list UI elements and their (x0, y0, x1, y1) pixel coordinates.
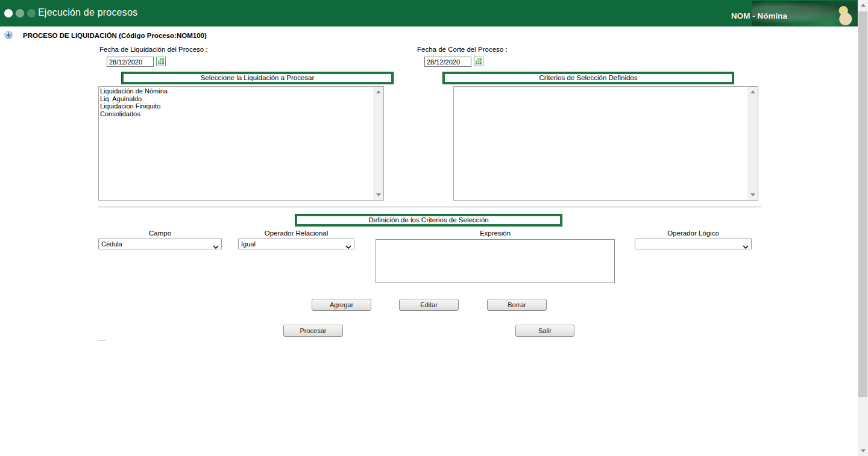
scroll-up-icon[interactable] (373, 87, 383, 97)
scrollbar-thumb[interactable] (858, 11, 867, 397)
page-header-title: Ejecución de procesos (38, 7, 137, 18)
operador-logico-select[interactable] (635, 239, 752, 249)
chevron-down-icon (345, 243, 351, 250)
info-icon[interactable] (4, 31, 13, 39)
agregar-button[interactable]: Agregar (312, 299, 371, 311)
scroll-down-icon[interactable] (858, 446, 868, 456)
window-dot-icon (4, 9, 13, 17)
list-item[interactable]: Consolidados (100, 110, 373, 118)
window-dot-icon (27, 9, 36, 17)
list-item[interactable]: Liquidacion Finiquito (100, 102, 373, 110)
page-title: PROCESO DE LIQUIDACIÓN (Código Proceso:N… (23, 32, 207, 39)
page-scrollbar[interactable] (858, 0, 868, 456)
editar-button[interactable]: Editar (399, 299, 459, 311)
scroll-down-icon[interactable] (747, 190, 758, 200)
chevron-down-icon (213, 243, 219, 250)
scroll-up-icon[interactable] (858, 0, 868, 10)
fecha-liquidacion-label: Fecha de Liquidación del Proceso : (99, 46, 208, 53)
window-dot-icon (16, 9, 24, 17)
criterios-section-header: Criterios de Selección Definidos (443, 72, 734, 84)
scroll-up-icon[interactable] (747, 87, 758, 97)
operador-relacional-label: Operador Relacional (238, 230, 354, 237)
listbox-scrollbar[interactable] (747, 87, 758, 200)
expresion-label: Expresión (376, 230, 615, 237)
campo-select[interactable]: Cédula (98, 239, 222, 249)
calendar-icon[interactable] (156, 57, 166, 66)
liquidaciones-listbox[interactable]: Liquidación de NóminaLiq. AguinaldoLiqui… (98, 86, 384, 201)
liquidaciones-section-header: Seleccione la Liquidación a Procesar (122, 72, 393, 84)
scroll-down-icon[interactable] (373, 190, 383, 200)
fecha-corte-label: Fecha de Corte del Proceso : (417, 46, 508, 53)
liquidaciones-list: Liquidación de NóminaLiq. AguinaldoLiqui… (99, 87, 373, 200)
borrar-button[interactable]: Borrar (487, 299, 547, 311)
list-item[interactable]: Liquidación de Nómina (100, 87, 373, 95)
expresion-textarea[interactable] (376, 239, 615, 283)
app-module-label: NOM - Nómina (731, 11, 787, 20)
chevron-down-icon (743, 243, 749, 250)
list-item[interactable]: Liq. Aguinaldo (100, 95, 373, 103)
salir-button[interactable]: Salir (515, 325, 574, 337)
criterios-list (454, 87, 747, 200)
fecha-liquidacion-input[interactable] (107, 57, 154, 67)
calendar-icon[interactable] (474, 57, 483, 66)
collapsed-element-dash (98, 340, 106, 341)
fecha-corte-input[interactable] (424, 57, 471, 67)
criterios-listbox[interactable] (453, 86, 758, 201)
definicion-section-header: Definición de los Criterios de Selección (295, 214, 562, 226)
procesar-button[interactable]: Procesar (283, 325, 343, 337)
operador-relacional-select[interactable]: Igual (238, 239, 354, 249)
app-header-bar: Ejecución de procesos (0, 0, 858, 27)
listbox-scrollbar[interactable] (373, 87, 383, 200)
operador-logico-label: Operador Lógico (635, 230, 752, 237)
section-divider (98, 207, 761, 208)
campo-label: Campo (98, 230, 222, 237)
